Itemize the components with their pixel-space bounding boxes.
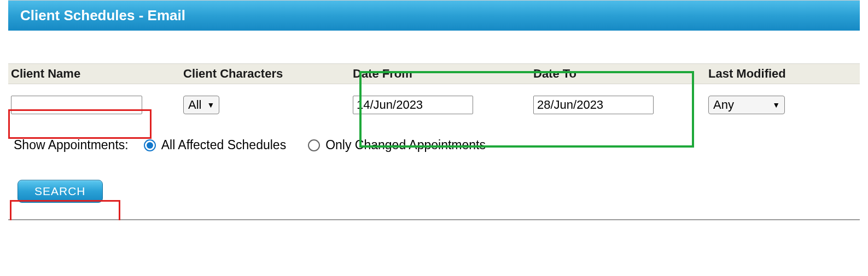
label-client-characters: Client Characters <box>183 67 283 80</box>
filter-body-row: All ▼ Any ▼ <box>8 84 860 126</box>
show-appointments-label: Show Appointments: <box>14 138 129 152</box>
label-date-to: Date To <box>533 67 576 80</box>
last-modified-select[interactable]: Any ▼ <box>708 96 785 114</box>
radio-only-changed[interactable] <box>308 139 320 151</box>
label-client-name: Client Name <box>11 67 80 80</box>
show-appointments-row: Show Appointments: All Affected Schedule… <box>8 138 860 152</box>
search-button[interactable]: SEARCH <box>18 180 103 203</box>
label-date-from: Date From <box>353 67 412 80</box>
page-header: Client Schedules - Email <box>8 0 860 31</box>
page-title: Client Schedules - Email <box>20 7 185 24</box>
radio-all-affected[interactable] <box>144 139 156 151</box>
label-last-modified: Last Modified <box>708 67 786 80</box>
chevron-down-icon: ▼ <box>207 101 214 109</box>
last-modified-value: Any <box>713 98 734 112</box>
date-to-input[interactable] <box>533 96 654 114</box>
date-from-input[interactable] <box>353 96 473 114</box>
filter-header-row: Client Name Client Characters Date From … <box>8 63 860 84</box>
client-characters-value: All <box>188 98 201 112</box>
client-characters-select[interactable]: All ▼ <box>183 96 219 114</box>
client-name-input[interactable] <box>11 96 142 114</box>
chevron-down-icon: ▼ <box>772 101 780 109</box>
divider <box>8 219 860 220</box>
radio-only-changed-label: Only Changed Appointments <box>325 138 486 152</box>
radio-all-affected-label: All Affected Schedules <box>161 138 286 152</box>
